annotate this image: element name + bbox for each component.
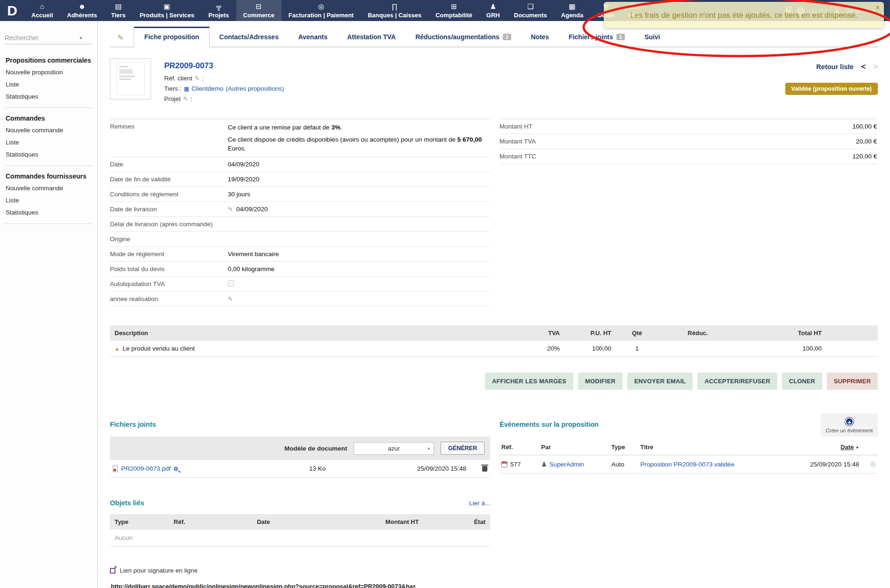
accept-refuse-button[interactable]: ACCEPTER/REFUSER xyxy=(697,373,777,390)
tiers-row: Tiers : ▦ Clientdemo (Autres proposition… xyxy=(164,85,284,92)
project-row: Projet ✎ : xyxy=(164,95,284,102)
topmenu-projets[interactable]: Projets xyxy=(201,0,236,21)
tab-count-badge: 1 xyxy=(616,34,625,40)
proposal-fields-table: Remises Ce client a une remise par défau… xyxy=(110,119,490,307)
edit-pencil-icon[interactable]: ✎ xyxy=(228,206,233,213)
edit-pencil-icon[interactable]: ✎ xyxy=(228,295,233,302)
edit-pencil-icon[interactable]: ✎ xyxy=(183,95,188,102)
generate-button[interactable]: GÉNÉRER xyxy=(441,442,485,455)
tab-reductions-augmentations[interactable]: Réductions/augmentations2 xyxy=(405,27,521,47)
close-icon[interactable]: × xyxy=(876,4,880,11)
tab-fiche-proposition[interactable]: Fiche proposition xyxy=(134,27,209,47)
topmenu-accueil[interactable]: Accueil xyxy=(24,0,60,21)
sidebar-item-nouvelle-proposition[interactable]: Nouvelle proposition xyxy=(6,69,92,76)
tab-notes[interactable]: Notes xyxy=(521,27,559,47)
sidebar-item-nouvelle-commande-fournisseur[interactable]: Nouvelle commande xyxy=(6,185,92,192)
topmenu-commerce[interactable]: Commerce xyxy=(236,0,282,21)
topmenu-banques[interactable]: Banques | Caisses xyxy=(361,0,428,21)
event-title-link[interactable]: Proposition PR2009-0073 validée xyxy=(640,461,734,468)
sidebar-item-nouvelle-commande[interactable]: Nouvelle commande xyxy=(6,127,92,134)
document-model-select[interactable]: azur ▾ xyxy=(354,442,434,455)
linked-objects-header: Type Réf. Date Montant HT État xyxy=(110,514,490,530)
tab-suivi[interactable]: Suivi xyxy=(635,27,670,47)
topmenu-grh[interactable]: GRH xyxy=(479,0,507,21)
topmenu-adherents[interactable]: Adhérents xyxy=(60,0,104,21)
product-lines-table: Description TVA P.U. HT Qté Réduc. Total… xyxy=(110,325,878,357)
sidebar-search: ▾ xyxy=(5,34,92,44)
delete-button[interactable]: SUPPRIMER xyxy=(827,373,878,390)
document-thumbnail[interactable] xyxy=(110,58,151,100)
bank-icon xyxy=(391,3,397,11)
signature-link-label: Lien pour signature en ligne xyxy=(120,567,198,574)
field-fin-validite: Date de fin de validité19/09/2020 xyxy=(110,172,490,187)
user-icon: ♟ xyxy=(541,460,547,468)
topmenu-facturation[interactable]: Facturation | Paiement xyxy=(282,0,361,21)
topmenu-documents[interactable]: Documents xyxy=(507,0,554,21)
clone-button[interactable]: CLONER xyxy=(782,373,822,390)
page-title: PR2009-0073 xyxy=(164,61,284,71)
topmenu-agenda[interactable]: Agenda xyxy=(554,0,591,21)
attachment-file-link[interactable]: PR2009-0073.pdf xyxy=(121,465,171,472)
home-icon xyxy=(40,3,44,11)
tab-attestation-tva[interactable]: Attestation TVA xyxy=(337,27,405,47)
topmenu-tiers[interactable]: Tiers xyxy=(104,0,133,21)
tiers-other-proposals-link[interactable]: (Autres propositions) xyxy=(226,85,284,92)
proposal-info: PR2009-0073 Réf. client ✎ : Tiers : ▦ Cl… xyxy=(164,58,284,106)
sidebar-section-propositions[interactable]: Propositions commerciales xyxy=(6,57,92,64)
sidebar-section-commandes[interactable]: Commandes xyxy=(6,115,92,122)
product-line-row: ▲Le produit vendu au client 20% 100,00 1… xyxy=(110,341,878,357)
chevron-down-icon[interactable]: ▾ xyxy=(80,35,82,41)
billing-icon xyxy=(318,3,324,11)
edit-note-icon[interactable]: ✎ xyxy=(117,33,123,42)
topmenu-comptabilite[interactable]: Comptabilité xyxy=(428,0,479,21)
link-to-link[interactable]: Lier à... xyxy=(469,500,490,507)
send-email-button[interactable]: ENVOYER EMAIL xyxy=(627,373,693,390)
show-margins-button[interactable]: AFFICHER LES MARGES xyxy=(485,373,573,390)
field-autoliquidation-tva: Autoliquidation TVA xyxy=(110,277,490,292)
lines-header: Description TVA P.U. HT Qté Réduc. Total… xyxy=(110,325,878,341)
event-user-link[interactable]: SuperAdmin xyxy=(550,461,584,468)
file-date: 25/09/2020 15:48 xyxy=(365,465,482,472)
sidebar-item-liste-commandes-fournisseurs[interactable]: Liste xyxy=(6,197,92,204)
modify-button[interactable]: MODIFIER xyxy=(578,373,622,390)
sidebar-section-commandes-fournisseurs[interactable]: Commandes fournisseurs xyxy=(6,172,92,180)
menu-group-commandes: Commandes Nouvelle commande Liste Statis… xyxy=(5,115,92,166)
preview-magnifier-icon[interactable] xyxy=(174,467,178,471)
chevron-left-icon[interactable]: < xyxy=(861,62,866,72)
documents-icon xyxy=(527,3,533,11)
autoliquidation-checkbox[interactable] xyxy=(228,280,234,287)
sidebar-item-statistiques-propositions[interactable]: Statistiques xyxy=(6,93,92,100)
amount-ht-row: Montant HT100,00 € xyxy=(499,119,878,134)
signature-url-input[interactable] xyxy=(110,580,416,588)
linked-objects-title: Objets liés xyxy=(110,499,144,507)
tab-fichiers-joints[interactable]: Fichiers joints1 xyxy=(559,27,635,47)
dolibarr-logo[interactable]: D xyxy=(0,0,24,21)
edit-pencil-icon[interactable]: ✎ xyxy=(195,75,200,82)
attachments-title: Fichiers joints xyxy=(110,421,490,428)
sidebar-item-liste-propositions[interactable]: Liste xyxy=(6,81,92,88)
search-input[interactable] xyxy=(5,34,80,42)
create-event-button[interactable]: + Créer un événement xyxy=(821,413,878,437)
event-status-dot xyxy=(870,461,876,467)
tab-avenants[interactable]: Avenants xyxy=(289,27,338,47)
sidebar-item-liste-commandes[interactable]: Liste xyxy=(6,139,92,146)
linked-objects-empty: Aucun xyxy=(110,530,490,546)
chevron-right-icon[interactable]: > xyxy=(873,62,878,72)
tiers-link[interactable]: Clientdemo xyxy=(191,85,223,92)
back-to-list-link[interactable]: Retour liste xyxy=(816,63,854,71)
topmenu-produits[interactable]: Produits | Services xyxy=(132,0,201,21)
members-icon xyxy=(79,3,86,11)
tab-contacts-adresses[interactable]: Contacts/Adresses xyxy=(210,27,289,47)
sidebar-item-statistiques-commandes[interactable]: Statistiques xyxy=(6,151,92,158)
projects-icon xyxy=(216,3,221,11)
field-date-livraison: Date de livraison ✎04/09/2020 xyxy=(110,202,490,217)
field-mode-reglement: Mode de règlementVirement bancaire xyxy=(110,247,490,262)
field-delai-livraison: Délai de livraison (après commande) xyxy=(110,217,490,232)
proposal-header: PR2009-0073 Réf. client ✎ : Tiers : ▦ Cl… xyxy=(110,58,878,106)
field-poids-total: Poids total du devis0,00 kilogramme xyxy=(110,262,490,277)
delete-file-icon[interactable] xyxy=(482,466,487,472)
sort-by-date[interactable]: Date xyxy=(840,444,854,451)
status-badge: Validée (proposition ouverte) xyxy=(785,83,878,95)
sidebar-item-statistiques-commandes-fournisseurs[interactable]: Statistiques xyxy=(6,209,92,216)
action-buttons: AFFICHER LES MARGES MODIFIER ENVOYER EMA… xyxy=(110,373,878,390)
